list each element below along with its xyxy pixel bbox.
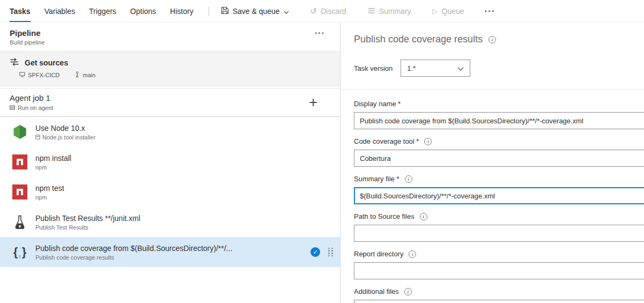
tab-options[interactable]: Options [130, 0, 156, 22]
npm-icon [12, 184, 28, 200]
task-title: npm install [35, 154, 71, 162]
field-label-summary-file: Summary file * [354, 175, 399, 183]
task-subtitle: npm [35, 194, 47, 201]
field-label-code-coverage-tool: Code coverage tool * [354, 137, 419, 145]
task-row-publish-code-coverage[interactable]: {↑} Publish code coverage from $(Build.S… [0, 237, 340, 267]
tab-bar: Tasks Variables Triggers Options History [10, 0, 208, 22]
pipeline-subtitle: Build pipeline [10, 39, 45, 46]
tab-triggers[interactable]: Triggers [89, 0, 116, 22]
chevron-down-icon[interactable] [284, 7, 289, 16]
report-directory-input[interactable] [354, 262, 644, 279]
drag-handle-icon[interactable] [328, 248, 333, 256]
info-icon[interactable]: i [488, 36, 496, 43]
tab-history[interactable]: History [170, 0, 194, 22]
display-name-input[interactable] [354, 112, 644, 129]
task-subtitle: Publish code coverage results [35, 254, 114, 261]
agent-job-title: Agent job 1 [10, 93, 53, 102]
tool-installer-icon [35, 134, 40, 141]
branch-icon [75, 71, 80, 79]
toolbar-divider [209, 6, 209, 16]
info-icon[interactable]: i [424, 138, 432, 145]
settings-title: Publish code coverage results [354, 34, 483, 45]
code-coverage-tool-input[interactable] [354, 150, 644, 167]
repo-icon [19, 72, 25, 78]
summary-button[interactable]: Summary [368, 7, 411, 16]
task-row-use-node[interactable]: Use Node 10.x Node.js tool installer [0, 117, 340, 147]
npm-icon [12, 154, 28, 170]
pipeline-title: Pipeline [10, 28, 45, 38]
path-to-source-files-input[interactable] [354, 225, 644, 242]
pipeline-more-button[interactable]: ··· [315, 28, 325, 38]
additional-files-input[interactable] [354, 300, 644, 303]
branch-name: main [83, 72, 95, 78]
flask-icon [12, 214, 28, 230]
task-version-value: 1.* [407, 64, 416, 72]
info-icon[interactable]: i [420, 213, 427, 220]
field-label-path-to-source-files: Path to Source files [354, 212, 414, 220]
task-version-select[interactable]: 1.* [401, 60, 470, 77]
task-title: Publish Test Results **/junit.xml [35, 214, 140, 223]
node-icon [12, 124, 28, 140]
pipeline-header: Pipeline Build pipeline ··· [0, 23, 340, 51]
field-label-report-directory: Report directory [354, 250, 403, 258]
field-label-display-name: Display name * [354, 100, 401, 108]
pipeline-panel: Pipeline Build pipeline ··· Get sources [0, 23, 340, 303]
settings-form: Display name * Code coverage tool * i Su… [354, 100, 644, 303]
task-version-label: Task version [354, 64, 393, 72]
task-row-publish-test-results[interactable]: Publish Test Results **/junit.xml Publis… [0, 207, 340, 237]
agent-job-row[interactable]: Agent job 1 Run on agent + [0, 88, 340, 117]
chevron-down-icon [457, 64, 464, 72]
repo-name: SPFX-CICD [28, 72, 60, 78]
info-icon[interactable]: i [405, 175, 412, 183]
top-command-bar: Tasks Variables Triggers Options History… [0, 0, 644, 23]
section-divider [340, 89, 644, 90]
task-subtitle: Node.js tool installer [42, 134, 95, 141]
task-subtitle: Publish Test Results [35, 224, 88, 231]
summary-label: Summary [379, 7, 411, 16]
save-queue-label: Save & queue [233, 7, 280, 16]
tab-tasks[interactable]: Tasks [10, 0, 31, 22]
discard-label: Discard [321, 7, 346, 16]
task-title: Publish code coverage from $(Build.Sourc… [35, 244, 232, 253]
save-icon [221, 6, 229, 16]
info-icon[interactable]: i [404, 288, 412, 295]
queue-label: Queue [442, 7, 464, 16]
get-sources-row[interactable]: Get sources SPFX-CICD [0, 51, 340, 86]
save-queue-button[interactable]: Save & queue [221, 6, 289, 16]
play-icon: ▷ [433, 8, 438, 14]
agent-job-subtitle: Run on agent [18, 105, 53, 111]
task-row-npm-install[interactable]: npm install npm [0, 147, 340, 177]
task-settings-panel: Publish code coverage results i Task ver… [340, 23, 644, 303]
discard-icon: ↺ [310, 7, 317, 15]
discard-button[interactable]: ↺ Discard [310, 7, 346, 16]
braces-icon: {↑} [12, 244, 28, 260]
task-title: Use Node 10.x [35, 124, 95, 132]
task-title: npm test [35, 184, 64, 193]
info-icon[interactable]: i [409, 250, 416, 258]
main-content: Pipeline Build pipeline ··· Get sources [0, 23, 644, 303]
get-sources-title: Get sources [25, 58, 68, 67]
tab-variables[interactable]: Variables [45, 0, 75, 22]
agent-icon [10, 105, 15, 111]
task-row-npm-test[interactable]: npm test npm [0, 177, 340, 207]
field-label-additional-files: Additional files [354, 287, 399, 295]
task-subtitle: npm [35, 164, 47, 171]
add-task-button[interactable]: + [309, 97, 317, 108]
more-actions-button[interactable]: ··· [485, 6, 495, 17]
summary-list-icon [368, 7, 375, 16]
get-sources-icon [10, 58, 19, 68]
summary-file-input[interactable] [354, 187, 644, 204]
queue-button[interactable]: ▷ Queue [433, 7, 464, 16]
selected-check-icon: ✓ [310, 247, 320, 257]
